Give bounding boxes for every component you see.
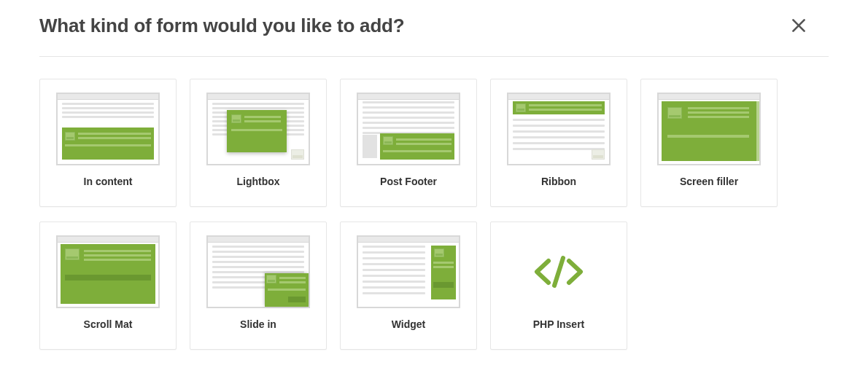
option-label: Screen filler — [680, 176, 738, 187]
in-content-icon — [56, 93, 160, 165]
option-ribbon[interactable]: Ribbon — [490, 79, 627, 207]
option-label: Scroll Mat — [84, 318, 133, 330]
slide-in-icon — [206, 235, 310, 308]
option-label: Ribbon — [541, 176, 576, 187]
lightbox-icon — [206, 93, 310, 165]
option-label: In content — [84, 176, 133, 187]
close-button[interactable] — [786, 13, 811, 40]
option-label: PHP Insert — [533, 318, 585, 330]
form-type-grid: In content Lightbox — [39, 79, 829, 350]
post-footer-icon — [357, 93, 460, 165]
option-scroll-mat[interactable]: Scroll Mat — [39, 222, 177, 350]
option-php-insert[interactable]: PHP Insert — [490, 222, 627, 350]
form-type-chooser: What kind of form would you like to add?… — [0, 0, 868, 372]
option-screen-filler[interactable]: Screen filler — [640, 79, 778, 207]
dialog-title: What kind of form would you like to add? — [39, 15, 404, 37]
option-label: Lightbox — [236, 176, 279, 187]
screen-filler-icon — [657, 93, 761, 165]
option-label: Post Footer — [380, 176, 437, 187]
option-label: Slide in — [240, 318, 276, 330]
dialog-header: What kind of form would you like to add? — [39, 15, 829, 57]
ribbon-icon — [507, 93, 611, 165]
option-label: Widget — [392, 318, 426, 330]
option-lightbox[interactable]: Lightbox — [190, 79, 327, 207]
close-icon — [789, 26, 808, 37]
option-in-content[interactable]: In content — [39, 79, 177, 207]
svg-line-2 — [554, 258, 563, 286]
option-widget[interactable]: Widget — [340, 222, 477, 350]
scroll-mat-icon — [56, 235, 160, 308]
option-slide-in[interactable]: Slide in — [190, 222, 327, 350]
option-post-footer[interactable]: Post Footer — [340, 79, 477, 207]
widget-icon — [357, 235, 460, 308]
code-icon — [507, 235, 611, 308]
